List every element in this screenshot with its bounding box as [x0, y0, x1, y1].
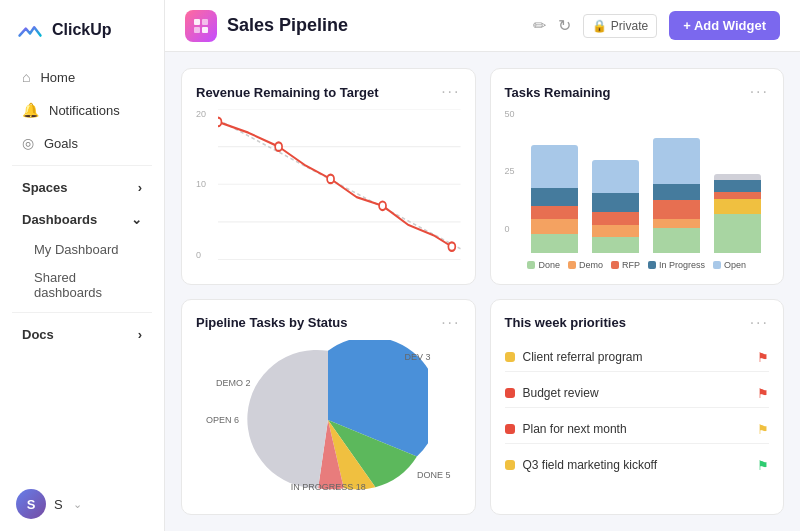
inprogress-label: IN PROGRESS 18: [291, 482, 366, 492]
inprogress-dot: [648, 261, 656, 269]
demo-seg-1: [531, 219, 578, 234]
open-seg-2: [592, 160, 639, 194]
inprogress-seg-4: [714, 180, 761, 191]
sidebar-item-my-dashboard[interactable]: My Dashboard: [6, 236, 158, 263]
add-widget-button[interactable]: + Add Widget: [669, 11, 780, 40]
shared-dashboards-label: Shared dashboards: [34, 270, 142, 300]
bar-col-1: [531, 109, 578, 254]
tasks-widget: Tasks Remaining ··· 50 25 0: [490, 68, 785, 285]
priority-4-dot: [505, 460, 515, 470]
pipeline-menu-icon[interactable]: ···: [441, 314, 460, 332]
y-label-0: 0: [196, 250, 214, 260]
edit-icon[interactable]: ✏: [533, 16, 546, 35]
docs-section[interactable]: Docs ›: [6, 319, 158, 350]
priorities-widget-header: This week priorities ···: [505, 314, 770, 332]
demo-dot: [568, 261, 576, 269]
priority-4-text: Q3 field marketing kickoff: [523, 458, 658, 472]
legend-rfp: RFP: [611, 260, 640, 270]
demo-seg-2: [592, 225, 639, 236]
dashboards-label: Dashboards: [22, 212, 97, 227]
divider: [12, 165, 152, 166]
svg-point-11: [275, 142, 282, 151]
inprogress-seg-2: [592, 193, 639, 212]
page-title: Sales Pipeline: [227, 15, 348, 36]
priorities-list: Client referral program ⚑ Budget review …: [505, 344, 770, 501]
bar-col-3: [653, 109, 700, 254]
dashboards-chevron-icon: ⌄: [131, 212, 142, 227]
inprogress-seg-1: [531, 188, 578, 205]
rfp-seg-4: [714, 192, 761, 200]
y-label-20: 20: [196, 109, 214, 119]
priority-item-3: Plan for next month ⚑: [505, 416, 770, 444]
sidebar-item-shared-dashboards[interactable]: Shared dashboards: [6, 264, 158, 306]
open-seg-3: [653, 138, 700, 184]
rfp-label: RFP: [622, 260, 640, 270]
tasks-menu-icon[interactable]: ···: [750, 83, 769, 101]
revenue-y-labels: 20 10 0: [196, 109, 214, 260]
priorities-menu-icon[interactable]: ···: [750, 314, 769, 332]
done-seg-2: [592, 237, 639, 254]
avatar-initials: S: [27, 497, 36, 512]
svg-point-13: [379, 201, 386, 210]
priority-3-text: Plan for next month: [523, 422, 627, 436]
y-50: 50: [505, 109, 515, 119]
revenue-line-chart: [218, 109, 461, 260]
pipeline-widget-title: Pipeline Tasks by Status: [196, 315, 347, 330]
svg-rect-1: [202, 19, 208, 25]
tasks-widget-title: Tasks Remaining: [505, 85, 611, 100]
dev-label: DEV 3: [404, 352, 430, 362]
rfp-seg-1: [531, 206, 578, 219]
user-name: S: [54, 497, 63, 512]
refresh-icon[interactable]: ↻: [558, 16, 571, 35]
sidebar-item-home[interactable]: ⌂ Home: [6, 61, 158, 93]
sidebar-item-goals-label: Goals: [44, 136, 78, 151]
tasks-y-labels: 50 25 0: [505, 109, 515, 234]
spaces-chevron-icon: ›: [138, 180, 142, 195]
bar-stack-1: [531, 145, 578, 253]
sidebar-item-notifications-label: Notifications: [49, 103, 120, 118]
sidebar-footer: S S ⌄: [0, 477, 164, 531]
done-label: Done: [538, 260, 560, 270]
open-label: OPEN 6: [206, 415, 239, 425]
priority-4-flag: ⚑: [757, 458, 769, 473]
priorities-widget-title: This week priorities: [505, 315, 626, 330]
bar-chart-area: 50 25 0: [505, 109, 770, 254]
bar-col-4: [714, 109, 761, 254]
dashboards-section[interactable]: Dashboards ⌄: [6, 204, 158, 235]
grid-icon: [192, 17, 210, 35]
sidebar-item-home-label: Home: [40, 70, 75, 85]
pipeline-widget: Pipeline Tasks by Status ···: [181, 299, 476, 516]
priority-item-2: Budget review ⚑: [505, 380, 770, 408]
logo-area: ClickUp: [0, 0, 164, 56]
spaces-section[interactable]: Spaces ›: [6, 172, 158, 203]
docs-label: Docs: [22, 327, 54, 342]
avatar[interactable]: S: [16, 489, 46, 519]
revenue-menu-icon[interactable]: ···: [441, 83, 460, 101]
lock-icon: 🔒: [592, 19, 607, 33]
priorities-widget: This week priorities ··· Client referral…: [490, 299, 785, 516]
pipeline-widget-header: Pipeline Tasks by Status ···: [196, 314, 461, 332]
bars-group: [513, 109, 762, 254]
spaces-label: Spaces: [22, 180, 68, 195]
y-0: 0: [505, 224, 515, 234]
demo-label: DEMO 2: [216, 378, 251, 388]
private-badge[interactable]: 🔒 Private: [583, 14, 657, 38]
done-seg-1: [531, 234, 578, 254]
revenue-widget-header: Revenue Remaining to Target ···: [196, 83, 461, 101]
logo-text: ClickUp: [52, 21, 112, 39]
my-dashboard-label: My Dashboard: [34, 242, 119, 257]
done-label: DONE 5: [417, 470, 451, 480]
user-chevron-icon: ⌄: [73, 498, 82, 511]
tasks-bar-chart: 50 25 0: [505, 109, 770, 270]
revenue-widget-title: Revenue Remaining to Target: [196, 85, 379, 100]
sidebar-item-goals[interactable]: ◎ Goals: [6, 127, 158, 159]
legend-open: Open: [713, 260, 746, 270]
open-seg-1: [531, 145, 578, 188]
priority-2-text: Budget review: [523, 386, 599, 400]
legend-inprogress: In Progress: [648, 260, 705, 270]
sidebar-item-notifications[interactable]: 🔔 Notifications: [6, 94, 158, 126]
page-header: Sales Pipeline ✏ ↻ 🔒 Private + Add Widge…: [165, 0, 800, 52]
sidebar-navigation: ⌂ Home 🔔 Notifications ◎ Goals Spaces › …: [0, 56, 164, 477]
demo-label: Demo: [579, 260, 603, 270]
priority-2-left: Budget review: [505, 386, 599, 400]
